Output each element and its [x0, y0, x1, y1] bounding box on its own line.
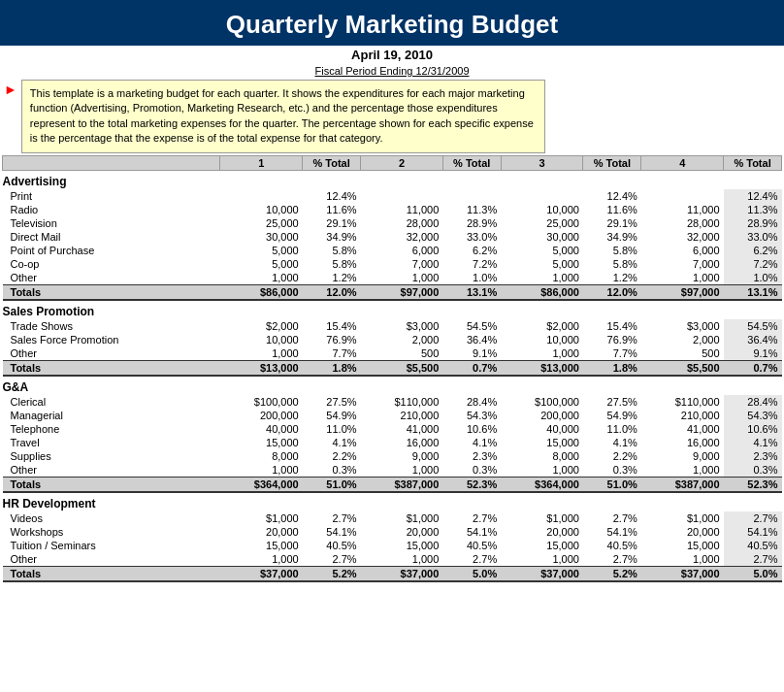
q3-header: 3	[501, 155, 583, 170]
table-row: Sales Force Promotion10,00076.9%2,00036.…	[3, 333, 782, 346]
table-row: Tuition / Seminars15,00040.5%15,00040.5%…	[3, 539, 782, 552]
totals-row-2: Totals$364,00051.0%$387,00052.3%$364,000…	[3, 477, 782, 492]
table-row: Travel15,0004.1%16,0004.1%15,0004.1%16,0…	[3, 436, 782, 449]
table-row: Point of Purchase5,0005.8%6,0006.2%5,000…	[3, 244, 782, 257]
table-row: Clerical$100,00027.5%$110,00028.4%$100,0…	[3, 395, 782, 409]
table-row: Supplies8,0002.2%9,0002.3%8,0002.2%9,000…	[3, 449, 782, 463]
table-row: Radio10,00011.6%11,00011.3%10,00011.6%11…	[3, 203, 782, 216]
tooltip-arrow-icon: ►	[4, 82, 17, 97]
table-row: Other1,0001.2%1,0001.0%1,0001.2%1,0001.0…	[3, 271, 782, 285]
tooltip-row: ► This template is a marketing budget fo…	[0, 78, 784, 155]
totals-row-1: Totals$13,0001.8%$5,5000.7%$13,0001.8%$5…	[3, 360, 782, 376]
table-row: Videos$1,0002.7%$1,0002.7%$1,0002.7%$1,0…	[3, 511, 782, 525]
table-row: Direct Mail30,00034.9%32,00033.0%30,0003…	[3, 230, 782, 244]
table-row: Other1,0002.7%1,0002.7%1,0002.7%1,0002.7…	[3, 552, 782, 567]
table-row: Other1,0007.7%5009.1%1,0007.7%5009.1%	[3, 346, 782, 361]
table-row: Print12.4%12.4%12.4%	[3, 189, 782, 203]
section-header-0: Advertising	[3, 170, 782, 189]
table-row: Telephone40,00011.0%41,00010.6%40,00011.…	[3, 422, 782, 436]
q1-header: 1	[220, 155, 303, 170]
section-header-3: HR Development	[3, 492, 782, 511]
table-row: Managerial200,00054.9%210,00054.3%200,00…	[3, 409, 782, 422]
q4-pct-header: % Total	[724, 155, 782, 170]
budget-table: 1 % Total 2 % Total 3 % Total 4 % Total …	[2, 155, 782, 582]
table-row: Trade Shows$2,00015.4%$3,00054.5%$2,0001…	[3, 319, 782, 333]
q2-pct-header: % Total	[442, 155, 501, 170]
q2-header: 2	[361, 155, 443, 170]
page-header: Quarterly Marketing Budget	[0, 0, 784, 46]
tooltip-box: This template is a marketing budget for …	[21, 80, 545, 153]
header-date: April 19, 2010	[0, 46, 784, 64]
section-header-2: G&A	[3, 376, 782, 395]
main-table-wrapper: 1 % Total 2 % Total 3 % Total 4 % Total …	[0, 155, 784, 582]
page-wrapper: Quarterly Marketing Budget April 19, 201…	[0, 0, 784, 582]
q4-header: 4	[641, 155, 724, 170]
section-header-1: Sales Promotion	[3, 300, 782, 319]
table-row: Workshops20,00054.1%20,00054.1%20,00054.…	[3, 525, 782, 539]
totals-row-0: Totals$86,00012.0%$97,00013.1%$86,00012.…	[3, 284, 782, 300]
q1-pct-header: % Total	[303, 155, 361, 170]
page-title: Quarterly Marketing Budget	[0, 10, 784, 40]
table-row: Other1,0000.3%1,0000.3%1,0000.3%1,0000.3…	[3, 463, 782, 478]
empty-header	[3, 155, 220, 170]
table-row: Television25,00029.1%28,00028.9%25,00029…	[3, 216, 782, 230]
table-row: Co-op5,0005.8%7,0007.2%5,0005.8%7,0007.2…	[3, 257, 782, 271]
quarter-header-row: 1 % Total 2 % Total 3 % Total 4 % Total	[3, 155, 782, 170]
q3-pct-header: % Total	[583, 155, 641, 170]
header-subtitle: Fiscal Period Ending 12/31/2009	[0, 64, 784, 78]
totals-row-3: Totals$37,0005.2%$37,0005.0%$37,0005.2%$…	[3, 566, 782, 581]
